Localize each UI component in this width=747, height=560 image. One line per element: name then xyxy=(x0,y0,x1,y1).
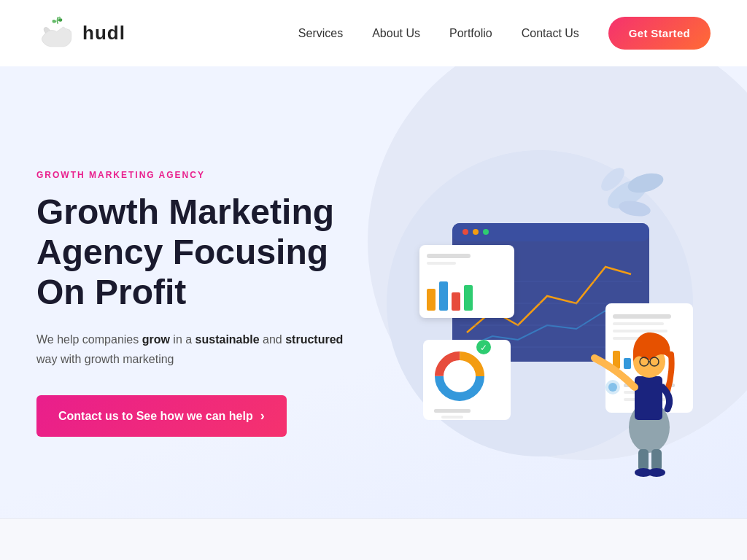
svg-rect-20 xyxy=(427,262,456,265)
desc-and: and xyxy=(260,333,286,346)
bottom-bar xyxy=(0,518,747,560)
svg-rect-17 xyxy=(452,292,460,311)
svg-point-9 xyxy=(483,229,489,235)
svg-rect-31 xyxy=(613,314,671,319)
desc-structured: structured xyxy=(285,333,343,346)
svg-rect-50 xyxy=(638,449,649,471)
svg-rect-16 xyxy=(439,281,448,311)
hero-description: We help companies grow in a sustainable … xyxy=(36,330,365,369)
desc-middle: in a xyxy=(170,333,196,346)
svg-point-8 xyxy=(473,229,479,235)
svg-rect-15 xyxy=(427,289,436,311)
svg-point-25 xyxy=(448,365,471,388)
svg-rect-36 xyxy=(624,358,631,369)
cta-label: Contact us to See how we can help xyxy=(58,410,253,423)
svg-rect-45 xyxy=(635,376,662,420)
svg-point-40 xyxy=(608,383,617,392)
svg-point-53 xyxy=(648,468,665,477)
svg-rect-18 xyxy=(464,285,473,311)
main-nav: Services About Us Portfolio Contact Us G… xyxy=(298,17,711,50)
dashboard-illustration: ✓ xyxy=(365,128,715,478)
svg-rect-32 xyxy=(613,322,664,325)
contact-cta-button[interactable]: Contact us to See how we can help › xyxy=(36,395,287,437)
logo-icon xyxy=(36,13,77,53)
get-started-button[interactable]: Get Started xyxy=(608,17,711,50)
svg-rect-19 xyxy=(427,254,471,258)
logo[interactable]: hudl xyxy=(36,13,125,53)
svg-rect-51 xyxy=(651,449,662,471)
nav-about[interactable]: About Us xyxy=(372,27,420,40)
logo-text: hudl xyxy=(82,22,125,44)
nav-contact[interactable]: Contact Us xyxy=(522,27,579,40)
nav-services[interactable]: Services xyxy=(298,27,343,40)
nav-portfolio[interactable]: Portfolio xyxy=(449,27,492,40)
svg-point-7 xyxy=(462,229,468,235)
svg-rect-33 xyxy=(613,330,667,332)
agency-label: GROWTH MARKETING AGENCY xyxy=(36,170,365,180)
header: hudl Services About Us Portfolio Contact… xyxy=(0,0,747,66)
desc-grow: grow xyxy=(142,333,170,346)
hero-title: Growth Marketing Agency Focusing On Prof… xyxy=(36,192,365,313)
hero-content: GROWTH MARKETING AGENCY Growth Marketing… xyxy=(36,170,365,438)
svg-rect-28 xyxy=(434,409,471,413)
desc-prefix: We help companies xyxy=(36,333,142,346)
cta-arrow-icon: › xyxy=(260,408,265,424)
desc-sustainable: sustainable xyxy=(196,333,260,346)
hero-section: GROWTH MARKETING AGENCY Growth Marketing… xyxy=(0,66,747,518)
svg-rect-29 xyxy=(441,416,463,419)
desc-suffix: way with growth marketing xyxy=(36,353,174,365)
svg-text:✓: ✓ xyxy=(480,343,487,353)
hero-illustration: ✓ xyxy=(365,114,715,493)
svg-rect-6 xyxy=(452,223,649,241)
